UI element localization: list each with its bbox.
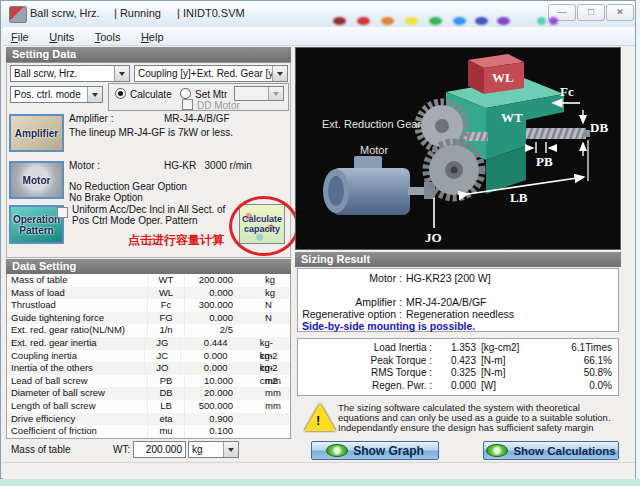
motor-note-1: No Reduction Gear Option [69, 181, 187, 192]
table-row[interactable]: Inertia of the othersJO0.000kg-cm2 [7, 362, 290, 375]
warning-icon: ! [304, 403, 336, 431]
uniform-checkbox-line2: Pos Ctrl Mode Oper. Pattern [72, 215, 198, 226]
set-motor-combo [234, 86, 284, 101]
menu-file[interactable]: File [3, 29, 37, 47]
editor-symbol: WT: [113, 444, 130, 455]
setting-data-header: Setting Data [6, 47, 291, 62]
desktop-dot [429, 17, 442, 25]
table-row[interactable]: Drive efficiencyeta0.900 [7, 413, 290, 426]
mechanism-diagram: Ext. Reduction Gear Motor WL WT Fc DB PB… [295, 47, 621, 250]
ext-reduction-gear-label: Ext. Reduction Gear [322, 118, 421, 130]
editor-label: Mass of table [11, 444, 70, 455]
title-bar[interactable]: Ball scrw, Hrz. | Running | INIDT0.SVM —… [1, 1, 635, 28]
amplifier-note: The lineup MR-J4-GF is 7kW or less. [69, 127, 233, 138]
table-row[interactable]: Coefficient of frictionmu0.100 [7, 425, 290, 438]
metric-row: Peak Torque :0.423[N-m]66.1% [298, 355, 618, 368]
amplifier-value: MR-J4-A/B/GF [164, 113, 230, 124]
app-icon [9, 6, 27, 23]
checkbox-icon [182, 99, 193, 110]
motor-button[interactable]: Motor [9, 161, 64, 199]
sizing-result-summary: Motor : HG-KR23 [200 W] Amplifier : MR-J… [297, 268, 619, 332]
table-row[interactable]: Ext. red. gear ratio(NL/NM)1/n2/5 [7, 324, 290, 337]
chevron-down-icon[interactable] [114, 66, 129, 81]
show-calculations-label: Show Calculations [513, 445, 615, 457]
show-calculations-button[interactable]: Show Calculations [483, 441, 619, 460]
menu-tools[interactable]: Tools [87, 29, 129, 47]
chevron-down-icon[interactable] [223, 442, 238, 457]
sizing-result-header: Sizing Result [295, 252, 621, 267]
radio-calculate[interactable]: Calculate [115, 88, 172, 100]
dd-motor-checkbox: DD Motor [182, 99, 240, 111]
status-bar [3, 462, 635, 479]
eye-icon [486, 444, 508, 457]
unit-combo[interactable]: kg [188, 441, 239, 458]
result-regen-value: Regeneration needless [402, 308, 514, 320]
coupling-combo-value: Coupling [y]+Ext. Red. Gear [y] [135, 68, 272, 79]
table-row[interactable]: ThrustloadFc300.000N [7, 299, 290, 312]
chevron-down-icon [268, 87, 283, 100]
desktop-dot [357, 17, 370, 25]
control-mode-combo-value: Pos. ctrl. mode [11, 89, 87, 100]
desktop-edge [0, 479, 640, 486]
dd-motor-label: DD Motor [197, 100, 240, 111]
amplifier-button[interactable]: Amplifier [9, 114, 64, 152]
amplifier-label: Amplifier : [69, 113, 113, 124]
table-row[interactable]: Lead of ball screwPB10.000mm [7, 375, 290, 388]
table-row[interactable]: Mass of tableWT200.000kg [7, 274, 290, 287]
operation-pattern-button[interactable]: Operation Pattern [9, 205, 64, 244]
table-row[interactable]: Ext. red. gear inertiaJG0.444kg-cm2 [7, 337, 290, 350]
table-row[interactable]: Guide tightening forceFG0.000N [7, 312, 290, 325]
unit-combo-value: kg [189, 444, 223, 455]
table-row[interactable]: Coupling inertiaJC0.000kg-cm2 [7, 350, 290, 363]
window-title: Ball scrw, Hrz. [30, 7, 100, 19]
mass-of-table-input[interactable] [133, 441, 186, 458]
wt-label: WT [501, 110, 523, 126]
motor-diagram-label: Motor [360, 144, 388, 156]
metric-row: Load Inertia :1.353[kg-cm2]6.1Times [298, 342, 618, 355]
result-regen-label: Regenerative option : [298, 308, 402, 320]
desktop-dot [381, 17, 394, 25]
mechanism-combo-value: Ball scrw, Hrz. [11, 68, 114, 79]
window-status: | Running [114, 7, 161, 19]
menu-units[interactable]: Units [41, 29, 82, 47]
wl-label: WL [492, 70, 514, 86]
fc-label: Fc [560, 84, 574, 100]
close-button[interactable]: ✕ [606, 4, 634, 21]
sizing-result-metrics: Load Inertia :1.353[kg-cm2]6.1Times Peak… [297, 338, 619, 396]
annotation-chinese: 点击进行容量计算 [128, 232, 224, 249]
motor-label: Motor : [69, 160, 100, 171]
coupling-combo[interactable]: Coupling [y]+Ext. Red. Gear [y] [134, 65, 288, 82]
pb-label: PB [536, 154, 553, 170]
radio-button-icon [180, 88, 191, 99]
mechanism-combo[interactable]: Ball scrw, Hrz. [10, 65, 130, 82]
desktop-dot [453, 17, 466, 25]
metric-row: Regen. Pwr. :0.000[W]0.0% [298, 380, 618, 393]
chevron-down-icon[interactable] [87, 87, 102, 102]
show-graph-button[interactable]: Show Graph [311, 441, 439, 460]
show-graph-label: Show Graph [353, 444, 424, 458]
desktop-dot [497, 17, 510, 25]
warning-line-3: Independantly ensure the design has suff… [338, 423, 593, 434]
data-setting-header: Data Setting [6, 259, 291, 274]
radio-button-icon [115, 88, 126, 99]
eye-icon [326, 444, 348, 457]
uniform-accdec-checkbox[interactable] [57, 207, 68, 218]
table-row[interactable]: Mass of loadWL0.000kg [7, 287, 290, 300]
result-motor-value: HG-KR23 [200 W] [402, 272, 491, 284]
maximize-button[interactable]: □ [577, 4, 605, 21]
uniform-checkbox-line1: Uniform Acc/Dec Incl in All Sect. of [72, 204, 225, 215]
motor-note-2: No Brake Option [69, 192, 143, 203]
mechanism-art [296, 48, 621, 250]
result-amplifier-value: MR-J4-20A/B/GF [402, 296, 487, 308]
control-mode-combo[interactable]: Pos. ctrl. mode [10, 86, 103, 103]
desktop-dot [537, 17, 546, 25]
chevron-down-icon[interactable] [272, 66, 287, 81]
table-row[interactable]: Diameter of ball screwDB20.000mm [7, 387, 290, 400]
window-filename: | INIDT0.SVM [177, 7, 245, 19]
table-row[interactable]: Length of ball screwLB500.000mm [7, 400, 290, 413]
lb-label: LB [510, 190, 527, 206]
data-setting-table: Mass of tableWT200.000kg Mass of loadWL0… [6, 274, 291, 439]
desktop-dot [333, 17, 346, 25]
menu-help[interactable]: Help [133, 29, 172, 47]
desktop-dot [475, 17, 488, 25]
